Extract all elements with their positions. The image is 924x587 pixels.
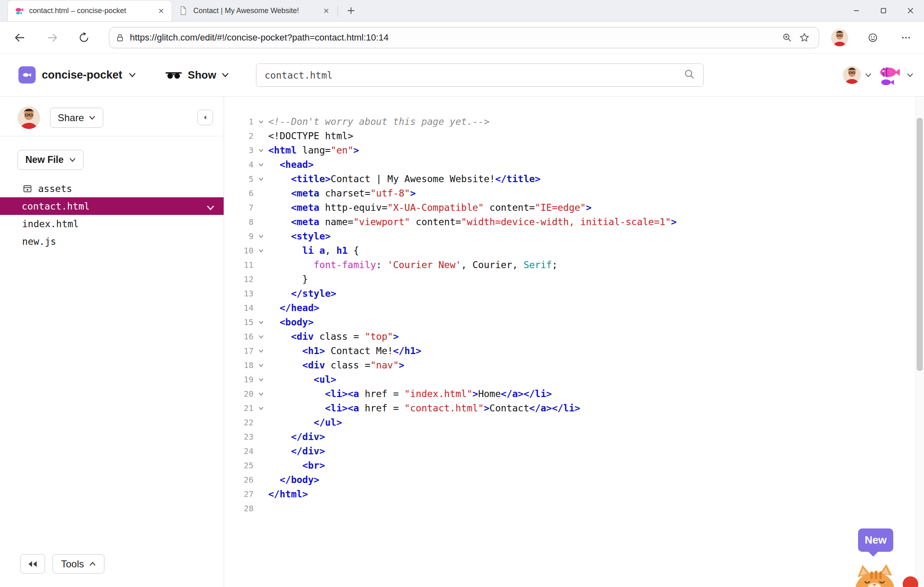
code-text: <head>	[268, 158, 314, 172]
scrollbar-thumb[interactable]	[917, 118, 923, 371]
fold-chevron-icon[interactable]	[254, 358, 268, 373]
fold-chevron-icon[interactable]	[254, 344, 268, 358]
code-area[interactable]: 1<!--Don't worry about this page yet.-->…	[224, 97, 924, 516]
collapse-sidebar-button[interactable]	[197, 110, 213, 125]
code-line[interactable]: 15 <body>	[224, 315, 924, 330]
code-line[interactable]: 25 <br>	[224, 458, 924, 473]
share-label: Share	[58, 112, 84, 124]
code-line[interactable]: 21 <li><a href = "contact.html">Contact<…	[224, 401, 924, 415]
zoom-icon[interactable]	[779, 29, 796, 46]
line-number: 11	[224, 258, 254, 272]
fold-chevron-icon[interactable]	[254, 373, 268, 387]
code-editor[interactable]: 1<!--Don't worry about this page yet.-->…	[224, 97, 924, 587]
code-line[interactable]: 19 <ul>	[224, 373, 924, 387]
code-line[interactable]: 1<!--Don't worry about this page yet.-->	[224, 115, 924, 129]
line-number: 8	[224, 215, 254, 229]
new-file-button[interactable]: New File	[18, 150, 84, 170]
fold-spacer	[254, 415, 268, 430]
code-line[interactable]: 28	[224, 501, 924, 516]
chevron-down-icon[interactable]	[907, 73, 913, 77]
code-line[interactable]: 16 <div class = "top">	[224, 330, 924, 344]
code-line[interactable]: 8 <meta name="viewport" content="width=d…	[224, 215, 924, 229]
editor-scrollbar[interactable]	[915, 97, 924, 587]
line-number: 6	[224, 186, 254, 201]
line-number: 25	[224, 458, 254, 473]
fold-chevron-icon[interactable]	[254, 401, 268, 415]
fold-chevron-icon[interactable]	[254, 244, 268, 258]
user-avatar[interactable]	[18, 106, 40, 129]
file-item-index-html[interactable]: index.html	[0, 215, 224, 233]
browser-profile-avatar[interactable]	[831, 29, 848, 46]
project-menu[interactable]: concise-pocket	[18, 66, 136, 84]
user-avatar[interactable]	[843, 66, 861, 84]
code-line[interactable]: 4 <head>	[224, 158, 924, 172]
code-text: <body>	[268, 315, 314, 330]
back-button[interactable]	[10, 28, 30, 47]
line-number: 4	[224, 158, 254, 172]
code-line[interactable]: 13 </style>	[224, 287, 924, 301]
close-window-button[interactable]	[897, 0, 924, 21]
code-line[interactable]: 5 <title>Contact | My Awesome Website!</…	[224, 172, 924, 186]
browser-tab-contact-page[interactable]: Contact | My Awesome Website!	[172, 0, 337, 21]
fold-chevron-icon[interactable]	[254, 315, 268, 330]
code-line[interactable]: 12 }	[224, 272, 924, 287]
code-line[interactable]: 17 <h1> Contact Me!</h1>	[224, 344, 924, 358]
smiley-feedback-icon[interactable]	[865, 29, 881, 46]
code-line[interactable]: 2<!DOCTYPE html>	[224, 129, 924, 143]
code-line[interactable]: 23 </div>	[224, 430, 924, 444]
code-line[interactable]: 20 <li><a href = "index.html">Home</a></…	[224, 387, 924, 401]
chevron-down-icon[interactable]	[206, 202, 215, 212]
cat-mascot[interactable]	[853, 563, 902, 587]
fish-avatar[interactable]	[876, 62, 903, 88]
fold-chevron-icon[interactable]	[254, 387, 268, 401]
fold-chevron-icon[interactable]	[254, 330, 268, 344]
code-line[interactable]: 10 li a, h1 {	[224, 244, 924, 258]
minimize-button[interactable]	[843, 0, 870, 21]
browser-menu-ellipsis-icon[interactable]	[898, 29, 914, 46]
share-button[interactable]: Share	[50, 108, 103, 128]
tab-close-icon[interactable]	[155, 5, 167, 17]
fold-chevron-icon[interactable]	[254, 172, 268, 186]
code-line[interactable]: 24 </div>	[224, 444, 924, 458]
rewind-icon	[27, 560, 38, 568]
code-line[interactable]: 18 <div class ="nav">	[224, 358, 924, 373]
new-feature-badge[interactable]: New	[858, 528, 893, 552]
file-search-input[interactable]: contact.html	[256, 63, 704, 87]
code-line[interactable]: 9 <style>	[224, 229, 924, 244]
code-line[interactable]: 22 </ul>	[224, 415, 924, 430]
line-number: 9	[224, 229, 254, 244]
code-line[interactable]: 6 <meta charset="utf-8">	[224, 186, 924, 201]
forward-button[interactable]	[42, 28, 62, 47]
code-line[interactable]: 11 font-family: 'Courier New', Courier, …	[224, 258, 924, 272]
url-text[interactable]: https://glitch.com/edit/#!/concise-pocke…	[130, 32, 779, 43]
fold-chevron-icon[interactable]	[254, 143, 268, 158]
file-item-contact-html[interactable]: contact.html	[0, 197, 224, 215]
lock-icon	[115, 33, 125, 43]
code-text: <br>	[268, 458, 325, 473]
star-icon[interactable]	[796, 29, 813, 46]
file-item-assets[interactable]: assets	[0, 180, 224, 197]
chevron-down-icon[interactable]	[865, 73, 872, 77]
code-line[interactable]: 26 </body>	[224, 473, 924, 487]
new-tab-button[interactable]	[343, 2, 359, 19]
code-text: </ul>	[268, 415, 342, 430]
tools-button[interactable]: Tools	[52, 554, 104, 573]
fold-chevron-icon[interactable]	[254, 115, 268, 129]
fold-chevron-icon[interactable]	[254, 158, 268, 172]
code-line[interactable]: 7 <meta http-equiv="X-UA-Compatible" con…	[224, 201, 924, 215]
tab-close-icon[interactable]	[320, 5, 332, 16]
code-line[interactable]: 14 </head>	[224, 301, 924, 315]
code-line[interactable]: 27</html>	[224, 487, 924, 501]
line-number: 1	[224, 115, 254, 129]
line-number: 24	[224, 444, 254, 458]
refresh-button[interactable]	[74, 28, 94, 47]
url-bar[interactable]: https://glitch.com/edit/#!/concise-pocke…	[109, 27, 819, 48]
maximize-button[interactable]	[870, 0, 897, 21]
code-line[interactable]: 3<html lang="en">	[224, 143, 924, 158]
show-button[interactable]: Show	[165, 69, 229, 81]
browser-tab-contact-editor[interactable]: contact.html – concise-pocket	[7, 0, 172, 21]
file-item-new-js[interactable]: new.js	[0, 233, 224, 250]
fold-chevron-icon[interactable]	[254, 229, 268, 244]
line-number: 15	[224, 315, 254, 330]
rewind-button[interactable]	[20, 554, 45, 573]
